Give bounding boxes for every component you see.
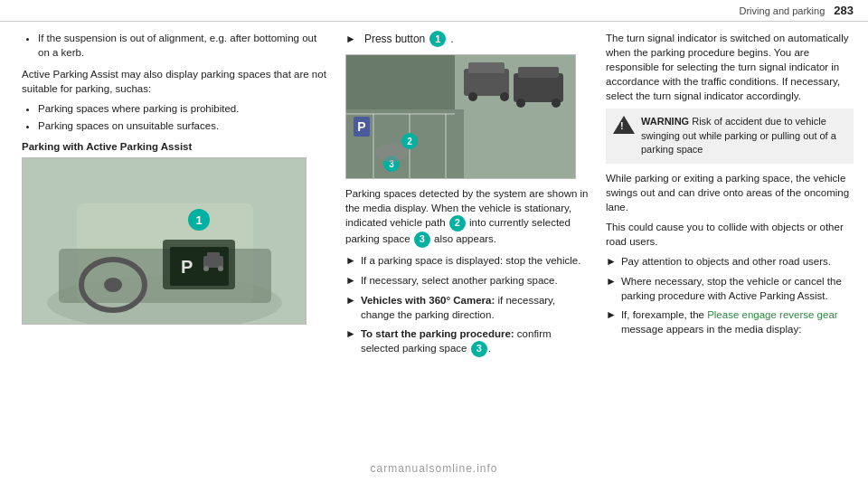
warning-icon xyxy=(613,116,635,134)
right-arrow-icon-3: ► xyxy=(606,307,617,323)
badge-3b: 3 xyxy=(471,341,487,357)
right-para3: This could cause you to collide with obj… xyxy=(606,220,854,249)
svg-point-32 xyxy=(516,99,525,108)
svg-point-29 xyxy=(500,92,509,101)
mid-arrow-1-text: If a parking space is displayed: stop th… xyxy=(361,253,590,268)
arrow-icon-1: ► xyxy=(345,253,356,269)
parking-bullets: Parking spaces where parking is prohibit… xyxy=(22,101,329,133)
start-parking-bold: To start the parking procedure: xyxy=(361,328,514,339)
warning-content: WARNING Risk of accident due to vehicle … xyxy=(641,115,846,156)
mid-arrow-3-text: Vehicles with 360° Camera: if necessary,… xyxy=(361,293,590,322)
mid-arrow-4-text: To start the parking procedure: confirm … xyxy=(361,326,590,357)
svg-rect-12 xyxy=(207,252,220,258)
page: Driving and parking 283 If the suspensio… xyxy=(0,0,868,482)
warning-label: WARNING xyxy=(641,116,689,127)
arrow-icon-2: ► xyxy=(345,273,356,288)
header-pagenum: 283 xyxy=(834,4,854,17)
right-arrow-icon-1: ► xyxy=(606,254,617,269)
right-arrow-1-text: Pay attention to objects and other road … xyxy=(621,254,854,269)
right-arrow-3: ► If, forexample, the Please engage reve… xyxy=(606,307,854,336)
press-label: Press button xyxy=(364,33,425,45)
right-para2: While parking or exiting a parking space… xyxy=(606,171,854,214)
active-parking-para: Active Parking Assist may also display p… xyxy=(22,67,329,96)
left-column: If the suspension is out of alignment, e… xyxy=(22,31,329,477)
svg-point-28 xyxy=(468,92,477,101)
right-arrow-2-text: Where necessary, stop the vehicle or can… xyxy=(621,274,854,303)
svg-point-33 xyxy=(552,99,561,108)
svg-point-36 xyxy=(375,144,408,162)
svg-text:1: 1 xyxy=(195,213,202,227)
mid-arrow-2: ► If necessary, select another parking s… xyxy=(345,273,590,288)
svg-text:P: P xyxy=(181,257,193,277)
right-arrow-3-text: If, forexample, the Please engage revers… xyxy=(621,307,854,336)
svg-rect-27 xyxy=(468,62,505,73)
main-content: If the suspension is out of alignment, e… xyxy=(0,22,868,477)
mid-arrow-4: ► To start the parking procedure: confir… xyxy=(345,326,590,357)
svg-point-14 xyxy=(218,266,223,271)
svg-text:P: P xyxy=(357,119,365,134)
right-arrow-1: ► Pay attention to objects and other roa… xyxy=(606,254,854,269)
bullet-alignment: If the suspension is out of alignment, e… xyxy=(38,31,329,60)
badge-2: 2 xyxy=(449,215,466,232)
arrow-icon-4: ► xyxy=(345,326,356,342)
badge-3: 3 xyxy=(414,232,430,248)
mid-arrow-3: ► Vehicles with 360° Camera: if necessar… xyxy=(345,293,590,322)
right-arrow-icon-2: ► xyxy=(606,274,617,289)
svg-rect-31 xyxy=(518,67,559,78)
header-title: Driving and parking xyxy=(740,5,826,16)
section-heading: Parking with Active Parking Assist xyxy=(22,141,329,152)
parking-scene-image: P 2 3 xyxy=(345,54,576,179)
bullet-prohibited: Parking spaces where parking is prohibit… xyxy=(38,101,329,116)
svg-text:2: 2 xyxy=(407,137,412,146)
mid-arrow-2-text: If necessary, select another parking spa… xyxy=(361,273,590,288)
right-column: The turn signal indicator is switched on… xyxy=(606,31,854,477)
parking-desc: Parking spaces detected by the system ar… xyxy=(345,186,590,248)
mid-arrow-1: ► If a parking space is displayed: stop … xyxy=(345,253,590,269)
svg-point-13 xyxy=(203,266,209,271)
right-intro: The turn signal indicator is switched on… xyxy=(606,31,854,103)
vehicles-bold: Vehicles with 360° Camera: xyxy=(361,295,495,306)
right-arrow-2: ► Where necessary, stop the vehicle or c… xyxy=(606,274,854,303)
header: Driving and parking 283 xyxy=(0,0,868,22)
svg-point-5 xyxy=(104,278,122,292)
arrow-icon-3: ► xyxy=(345,293,356,308)
green-link[interactable]: Please engage reverse gear xyxy=(707,309,838,320)
mid-column: ► Press button 1 . xyxy=(345,31,590,477)
warning-box: WARNING Risk of accident due to vehicle … xyxy=(606,109,854,163)
car-interior-image: 1 P xyxy=(22,157,307,325)
arrow-icon-press: ► xyxy=(345,33,356,45)
bullet-unsuitable: Parking spaces on unsuitable surfaces. xyxy=(38,118,329,133)
watermark: carmanualsomline.info xyxy=(370,462,497,475)
press-badge: 1 xyxy=(429,31,446,47)
press-button-row: ► Press button 1 . xyxy=(345,31,590,47)
left-bullet-list: If the suspension is out of alignment, e… xyxy=(22,31,329,60)
press-period: . xyxy=(450,33,453,45)
